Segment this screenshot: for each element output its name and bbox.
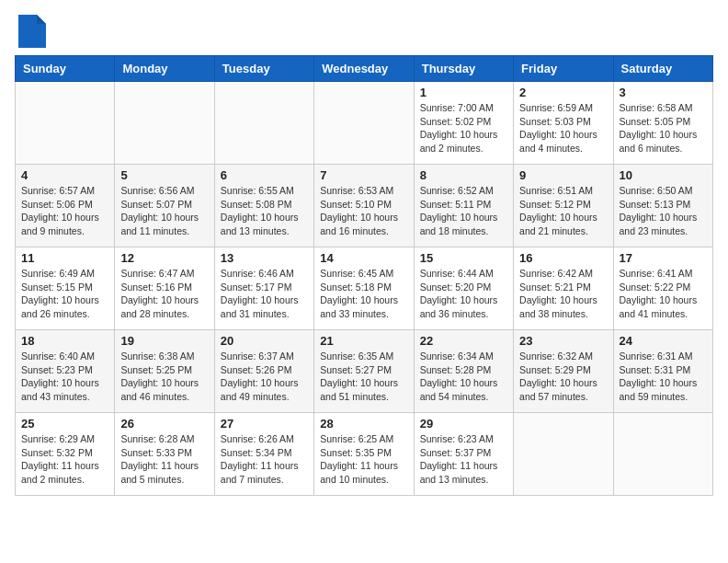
calendar-week-row: 18Sunrise: 6:40 AM Sunset: 5:23 PM Dayli… xyxy=(16,330,713,413)
day-info: Sunrise: 6:26 AM Sunset: 5:34 PM Dayligh… xyxy=(221,432,308,487)
calendar-cell: 12Sunrise: 6:47 AM Sunset: 5:16 PM Dayli… xyxy=(115,247,214,330)
logo xyxy=(15,15,46,48)
day-number: 17 xyxy=(620,251,707,265)
day-info: Sunrise: 6:49 AM Sunset: 5:15 PM Dayligh… xyxy=(21,267,108,321)
calendar-cell: 25Sunrise: 6:29 AM Sunset: 5:32 PM Dayli… xyxy=(16,413,115,496)
day-info: Sunrise: 6:32 AM Sunset: 5:29 PM Dayligh… xyxy=(519,350,607,404)
day-number: 29 xyxy=(420,417,507,431)
day-info: Sunrise: 6:35 AM Sunset: 5:27 PM Dayligh… xyxy=(320,350,407,404)
calendar-cell: 19Sunrise: 6:38 AM Sunset: 5:25 PM Dayli… xyxy=(115,330,214,413)
weekday-header: Saturday xyxy=(613,56,712,82)
day-info: Sunrise: 6:41 AM Sunset: 5:22 PM Dayligh… xyxy=(620,267,707,321)
day-number: 26 xyxy=(120,417,208,431)
calendar-cell: 15Sunrise: 6:44 AM Sunset: 5:20 PM Dayli… xyxy=(414,247,513,330)
calendar-header: SundayMondayTuesdayWednesdayThursdayFrid… xyxy=(16,56,713,82)
calendar-cell: 4Sunrise: 6:57 AM Sunset: 5:06 PM Daylig… xyxy=(16,165,115,247)
day-info: Sunrise: 6:25 AM Sunset: 5:35 PM Dayligh… xyxy=(320,432,407,487)
day-info: Sunrise: 6:31 AM Sunset: 5:31 PM Dayligh… xyxy=(620,350,707,404)
calendar-cell: 24Sunrise: 6:31 AM Sunset: 5:31 PM Dayli… xyxy=(613,330,712,413)
day-number: 1 xyxy=(420,86,507,99)
day-number: 7 xyxy=(320,168,407,182)
day-number: 24 xyxy=(620,334,707,348)
day-number: 2 xyxy=(519,86,607,99)
day-number: 10 xyxy=(620,168,707,182)
day-info: Sunrise: 6:44 AM Sunset: 5:20 PM Dayligh… xyxy=(420,267,507,321)
calendar-cell xyxy=(16,82,115,165)
calendar-week-row: 1Sunrise: 7:00 AM Sunset: 5:02 PM Daylig… xyxy=(16,82,713,165)
day-number: 21 xyxy=(320,334,407,348)
day-number: 14 xyxy=(320,251,407,265)
day-number: 5 xyxy=(120,168,208,182)
weekday-header: Monday xyxy=(115,56,214,82)
header xyxy=(15,15,713,48)
day-number: 16 xyxy=(519,251,607,265)
day-info: Sunrise: 6:55 AM Sunset: 5:08 PM Dayligh… xyxy=(221,184,308,238)
day-info: Sunrise: 6:53 AM Sunset: 5:10 PM Dayligh… xyxy=(320,184,407,238)
day-info: Sunrise: 6:50 AM Sunset: 5:13 PM Dayligh… xyxy=(620,184,707,238)
day-number: 8 xyxy=(420,168,507,182)
calendar-cell: 20Sunrise: 6:37 AM Sunset: 5:26 PM Dayli… xyxy=(214,330,313,413)
calendar-cell: 2Sunrise: 6:59 AM Sunset: 5:03 PM Daylig… xyxy=(514,82,613,165)
day-info: Sunrise: 6:46 AM Sunset: 5:17 PM Dayligh… xyxy=(221,267,308,321)
day-number: 20 xyxy=(221,334,308,348)
calendar-cell xyxy=(514,413,613,496)
calendar-cell: 23Sunrise: 6:32 AM Sunset: 5:29 PM Dayli… xyxy=(514,330,613,413)
calendar-cell: 5Sunrise: 6:56 AM Sunset: 5:07 PM Daylig… xyxy=(115,165,214,247)
calendar-cell: 17Sunrise: 6:41 AM Sunset: 5:22 PM Dayli… xyxy=(613,247,712,330)
calendar-week-row: 11Sunrise: 6:49 AM Sunset: 5:15 PM Dayli… xyxy=(16,247,713,330)
day-number: 13 xyxy=(221,251,308,265)
svg-marker-0 xyxy=(18,15,46,48)
calendar-cell: 14Sunrise: 6:45 AM Sunset: 5:18 PM Dayli… xyxy=(314,247,414,330)
weekday-header: Tuesday xyxy=(214,56,313,82)
calendar-cell: 29Sunrise: 6:23 AM Sunset: 5:37 PM Dayli… xyxy=(414,413,513,496)
day-info: Sunrise: 6:56 AM Sunset: 5:07 PM Dayligh… xyxy=(120,184,208,238)
calendar-week-row: 25Sunrise: 6:29 AM Sunset: 5:32 PM Dayli… xyxy=(16,413,713,496)
calendar-cell: 10Sunrise: 6:50 AM Sunset: 5:13 PM Dayli… xyxy=(613,165,712,247)
day-number: 9 xyxy=(519,168,607,182)
calendar-cell: 8Sunrise: 6:52 AM Sunset: 5:11 PM Daylig… xyxy=(414,165,513,247)
calendar-cell: 21Sunrise: 6:35 AM Sunset: 5:27 PM Dayli… xyxy=(314,330,414,413)
day-info: Sunrise: 6:52 AM Sunset: 5:11 PM Dayligh… xyxy=(420,184,507,238)
day-number: 6 xyxy=(221,168,308,182)
calendar-cell xyxy=(214,82,313,165)
day-number: 25 xyxy=(21,417,108,431)
day-info: Sunrise: 6:37 AM Sunset: 5:26 PM Dayligh… xyxy=(221,350,308,404)
calendar-cell: 7Sunrise: 6:53 AM Sunset: 5:10 PM Daylig… xyxy=(314,165,414,247)
day-number: 12 xyxy=(120,251,208,265)
day-info: Sunrise: 6:42 AM Sunset: 5:21 PM Dayligh… xyxy=(519,267,607,321)
calendar-cell: 16Sunrise: 6:42 AM Sunset: 5:21 PM Dayli… xyxy=(514,247,613,330)
day-number: 19 xyxy=(120,334,208,348)
calendar-cell: 28Sunrise: 6:25 AM Sunset: 5:35 PM Dayli… xyxy=(314,413,414,496)
weekday-header: Wednesday xyxy=(314,56,414,82)
day-number: 4 xyxy=(21,168,108,182)
weekday-header: Thursday xyxy=(414,56,513,82)
day-number: 18 xyxy=(21,334,108,348)
day-info: Sunrise: 7:00 AM Sunset: 5:02 PM Dayligh… xyxy=(420,101,507,155)
weekday-header: Friday xyxy=(514,56,613,82)
svg-marker-1 xyxy=(37,15,46,24)
day-number: 27 xyxy=(221,417,308,431)
day-info: Sunrise: 6:59 AM Sunset: 5:03 PM Dayligh… xyxy=(519,101,607,155)
calendar-table: SundayMondayTuesdayWednesdayThursdayFrid… xyxy=(15,55,713,496)
calendar-cell: 13Sunrise: 6:46 AM Sunset: 5:17 PM Dayli… xyxy=(214,247,313,330)
calendar-body: 1Sunrise: 7:00 AM Sunset: 5:02 PM Daylig… xyxy=(16,82,713,496)
day-info: Sunrise: 6:47 AM Sunset: 5:16 PM Dayligh… xyxy=(120,267,208,321)
day-number: 15 xyxy=(420,251,507,265)
day-info: Sunrise: 6:23 AM Sunset: 5:37 PM Dayligh… xyxy=(420,432,507,487)
day-info: Sunrise: 6:58 AM Sunset: 5:05 PM Dayligh… xyxy=(620,101,707,155)
day-number: 22 xyxy=(420,334,507,348)
logo-icon xyxy=(18,15,46,48)
calendar-cell xyxy=(115,82,214,165)
calendar-cell: 26Sunrise: 6:28 AM Sunset: 5:33 PM Dayli… xyxy=(115,413,214,496)
day-info: Sunrise: 6:38 AM Sunset: 5:25 PM Dayligh… xyxy=(120,350,208,404)
calendar-cell: 3Sunrise: 6:58 AM Sunset: 5:05 PM Daylig… xyxy=(613,82,712,165)
calendar-cell: 11Sunrise: 6:49 AM Sunset: 5:15 PM Dayli… xyxy=(16,247,115,330)
calendar-cell: 6Sunrise: 6:55 AM Sunset: 5:08 PM Daylig… xyxy=(214,165,313,247)
day-info: Sunrise: 6:34 AM Sunset: 5:28 PM Dayligh… xyxy=(420,350,507,404)
day-number: 28 xyxy=(320,417,407,431)
weekday-header: Sunday xyxy=(16,56,115,82)
calendar-week-row: 4Sunrise: 6:57 AM Sunset: 5:06 PM Daylig… xyxy=(16,165,713,247)
day-number: 11 xyxy=(21,251,108,265)
calendar-cell: 22Sunrise: 6:34 AM Sunset: 5:28 PM Dayli… xyxy=(414,330,513,413)
day-info: Sunrise: 6:28 AM Sunset: 5:33 PM Dayligh… xyxy=(120,432,208,487)
